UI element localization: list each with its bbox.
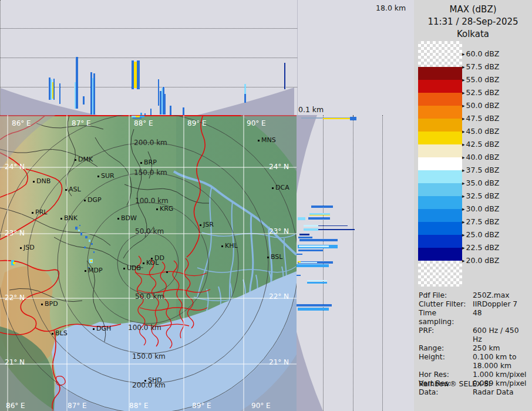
station-marker [20,247,22,249]
echo-bar [318,225,348,226]
scale-swatch [418,183,462,196]
station-marker [117,218,119,220]
info-row: Height:0.100 km to [419,353,530,362]
scale-swatch [418,222,462,235]
station-marker [144,380,146,382]
echo-bar [304,225,318,227]
scale-label: ▸60.0 dBZ [462,49,499,58]
echo-bar [298,217,305,220]
echo-speck [79,225,80,226]
site-name: Kolkata [414,28,532,41]
coordinate-label: 23° N [269,227,289,235]
echo-bar [308,217,330,220]
echo-bar [164,94,166,114]
station-label: KOL [146,259,159,267]
echo-bar [297,275,301,276]
range-ring-label: 100.0 km [128,324,161,332]
scale-tick-arrow-icon: ▸ [462,232,465,238]
scale-swatch [418,106,462,119]
info-row: Time sampling:48 [419,309,530,326]
range-ring-label: 200.0 km [134,139,167,147]
coordinate-label: 88° E [134,119,153,127]
echo-bar [244,94,246,103]
info-label [419,362,473,370]
station-marker [166,271,168,273]
scale-label: ▸37.5 dBZ [462,166,499,174]
coordinate-label: 23° N [5,229,25,237]
echo-bar [170,106,171,115]
scale-label: ▸32.5 dBZ [462,191,499,200]
station-label: BLS [55,329,68,337]
echo-bar [53,79,55,100]
echo-bar [318,229,355,230]
station-label: BRP [144,159,157,166]
scale-tick-arrow-icon: ▸ [462,245,465,251]
scale-tick-arrow-icon: ▸ [462,90,465,96]
min-height-axis-label: 0.1 km [298,105,324,114]
station-marker [156,208,158,210]
station-label: JSD [23,244,35,251]
scale-tick-arrow-icon: ▸ [462,142,465,147]
station-label: KHL [225,242,238,250]
station-marker [272,187,274,189]
station-marker [123,268,125,269]
echo-speck [133,117,142,119]
scale-swatch [418,248,462,261]
station-marker [267,257,269,258]
scale-tick-arrow-icon: ▸ [462,103,465,109]
echo-bar [311,206,333,208]
scale-tick-arrow-icon: ▸ [462,154,465,160]
echo-bar [304,228,318,231]
height-gridline [1,28,297,29]
scale-swatch [418,196,462,209]
info-row: 18.000 km [419,362,530,370]
info-row: Range:250 km [419,344,530,353]
scale-tick-arrow-icon: ▸ [462,180,465,186]
echo-bar [244,84,246,94]
info-value: 1.000 km/pixel [473,370,526,379]
height-gridline [353,115,353,411]
scale-tick-arrow-icon: ▸ [462,206,465,212]
station-label: ASL [69,186,81,193]
side-height-profile-panel [297,115,414,411]
scale-label: ▸55.0 dBZ [462,75,499,84]
info-value: 0.100 km to [473,353,516,362]
info-value: IIRDoppler 7 [473,300,517,309]
scale-label: ▸25.0 dBZ [462,230,499,239]
station-label: MDP [88,267,103,274]
station-label: PRL [35,208,47,216]
range-ring-label: 50.0 km [135,227,164,235]
station-label: BDW [121,214,137,222]
station-marker [258,140,260,142]
scale-swatch [418,67,462,80]
scale-label: ▸20.0 dBZ [462,256,499,265]
station-marker [140,162,142,164]
info-row: Hor Res:1.000 km/pixel [419,370,530,379]
height-gridline [1,87,297,87]
echo-bar [298,261,301,262]
scale-label: ▸30.0 dBZ [462,204,499,213]
station-marker [143,262,144,264]
station-label: DNB [36,177,50,185]
info-value: Radar Data [473,388,513,397]
info-label: Time sampling: [419,309,473,326]
echo-bar [158,79,159,106]
echo-bar [150,109,151,115]
coordinate-label: 22° N [269,292,289,301]
station-marker [75,159,76,161]
scale-swatch [418,144,462,157]
scale-tick-arrow-icon: ▸ [462,77,465,83]
range-ring-label: 150.0 km [132,352,166,361]
echo-speck [84,247,86,248]
station-marker [65,189,67,191]
software-brand-label: Rainbow® SELEX-SI [419,380,491,388]
station-marker [84,200,86,201]
info-label: PRF: [419,326,473,344]
height-gridline [1,58,297,58]
scale-swatch [418,170,462,183]
echo-bar [59,83,60,104]
echo-bar [183,107,184,115]
station-marker [33,181,35,183]
station-label: SHD [148,376,162,384]
legend-panel: MAX (dBZ) 11:31 / 28-Sep-2025 Kolkata ▸6… [414,0,532,411]
